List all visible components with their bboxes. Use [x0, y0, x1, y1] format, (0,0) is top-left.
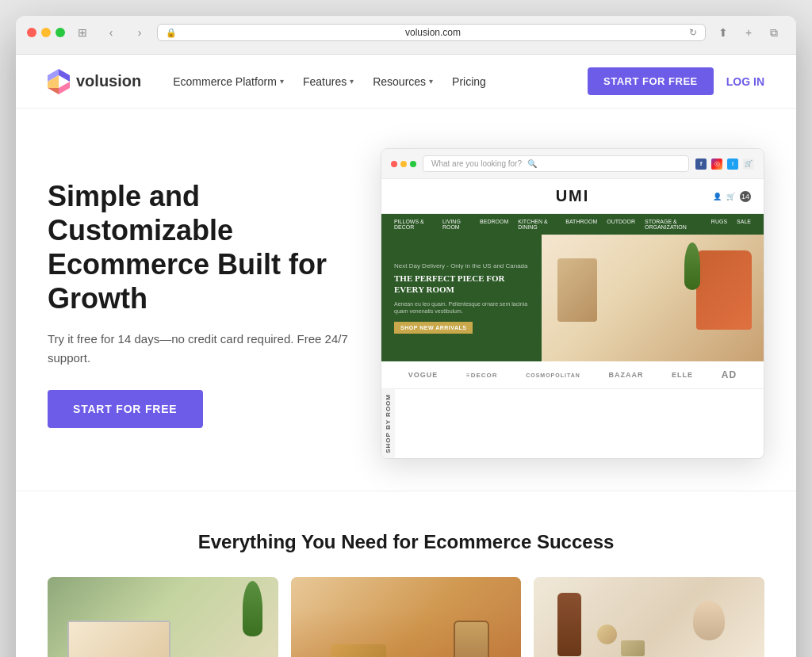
mock-brand-cosmopolitan: COSMOPOLITAN [526, 372, 580, 378]
everything-section-title: Everything You Need for Ecommerce Succes… [48, 531, 764, 553]
back-button[interactable]: ‹ [100, 24, 122, 41]
phone-decoration [454, 621, 489, 657]
chevron-down-icon: ▾ [350, 77, 354, 86]
hero-image: What are you looking for? 🔍 f ◎ t 🛒 [381, 148, 764, 459]
mock-brand-vogue: VOGUE [408, 371, 439, 379]
nav-login-button[interactable]: LOG IN [726, 75, 764, 88]
reload-icon[interactable]: ↻ [689, 27, 697, 38]
nav-features[interactable]: Features ▾ [303, 75, 354, 88]
chevron-down-icon: ▾ [429, 77, 433, 86]
mock-instagram-icon: ◎ [711, 159, 722, 170]
feature-card-3 [534, 577, 764, 657]
url-display: volusion.com [182, 27, 684, 38]
mock-facebook-icon: f [695, 159, 707, 170]
maximize-button[interactable] [56, 28, 65, 37]
card-decoration [331, 644, 386, 657]
mock-ecommerce-site: What are you looking for? 🔍 f ◎ t 🛒 [381, 148, 764, 459]
mock-hero-desc: Aenean eu leo quam. Pellentesque ornare … [394, 300, 529, 316]
mock-room-thumbnails [395, 389, 430, 458]
svg-marker-3 [59, 82, 70, 94]
tabs-button[interactable]: ⧉ [763, 24, 785, 41]
lock-icon: 🔒 [166, 28, 177, 38]
logo[interactable]: volusion [48, 69, 141, 94]
sidebar-toggle-button[interactable]: ⊞ [71, 24, 94, 41]
round-item-decoration [597, 625, 617, 644]
feature-card-2 [291, 577, 522, 657]
mock-hero-photo [542, 235, 764, 361]
mock-brand-ad: AD [722, 369, 737, 380]
nav-links: Ecommerce Platform ▾ Features ▾ Resource… [173, 75, 588, 88]
mock-site-logo: UMI [556, 187, 590, 205]
hero-content: Simple and Customizable Ecommerce Built … [48, 179, 349, 429]
hero-title: Simple and Customizable Ecommerce Built … [48, 179, 349, 316]
mock-nav-item: PILLOWS & DECOR [394, 219, 433, 230]
hero-subtitle: Try it free for 14 days—no credit card r… [48, 330, 349, 368]
mock-site-header: UMI 👤 🛒 14 [381, 179, 764, 214]
nav-ecommerce-platform[interactable]: Ecommerce Platform ▾ [173, 75, 284, 88]
mock-nav-item: OUTDOOR [607, 219, 635, 230]
browser-window: ⊞ ‹ › 🔒 volusion.com ↻ ⬆ + ⧉ [16, 16, 796, 657]
browser-action-buttons: ⬆ + ⧉ [712, 24, 785, 41]
feature-card-1 [48, 577, 278, 657]
mock-brands-bar: VOGUE ≡DECOR COSMOPOLITAN BAZAAR ELLE AD [381, 361, 764, 389]
mock-social-icons: f ◎ t 🛒 [695, 159, 754, 170]
volusion-logo-icon [48, 69, 70, 94]
mock-search-bar: What are you looking for? 🔍 [423, 155, 689, 172]
mock-nav-item: BEDROOM [480, 219, 508, 230]
mock-twitter-icon: t [727, 159, 738, 170]
mock-hero-headline: THE PERFECT PIECE FOR EVERY ROOM [394, 273, 529, 296]
new-tab-button[interactable]: + [737, 24, 760, 41]
share-button[interactable]: ⬆ [712, 24, 734, 41]
small-item-decoration [621, 640, 645, 656]
hero-section: Simple and Customizable Ecommerce Built … [16, 109, 796, 491]
site-content: volusion Ecommerce Platform ▾ Features ▾… [16, 55, 796, 657]
laptop-decoration [67, 621, 170, 657]
mock-brand-bazaar: BAZAAR [608, 371, 643, 379]
mock-site-nav: PILLOWS & DECOR LIVING ROOM BEDROOM KITC… [381, 214, 764, 235]
svg-marker-4 [48, 88, 59, 94]
close-button[interactable] [27, 28, 36, 37]
bottle-decoration [557, 593, 581, 656]
logo-text: volusion [76, 72, 141, 90]
hero-start-for-free-button[interactable]: START FOR FREE [48, 390, 203, 428]
mock-browser-bar: What are you looking for? 🔍 f ◎ t 🛒 [381, 149, 764, 179]
mock-cart-icon: 🛒 [743, 159, 754, 170]
minimize-button[interactable] [41, 28, 51, 37]
mock-hero-banner: Next Day Delivery - Only in the US and C… [381, 235, 764, 361]
browser-chrome: ⊞ ‹ › 🔒 volusion.com ↻ ⬆ + ⧉ [16, 16, 796, 55]
mock-nav-item: STORAGE & ORGANIZATION [645, 219, 702, 230]
mock-nav-item: LIVING ROOM [442, 219, 470, 230]
nav-resources[interactable]: Resources ▾ [373, 75, 433, 88]
forward-button[interactable]: › [128, 24, 151, 41]
main-navigation: volusion Ecommerce Platform ▾ Features ▾… [16, 55, 796, 109]
mock-nav-item: BATHROOM [565, 219, 597, 230]
nav-pricing[interactable]: Pricing [452, 75, 486, 88]
chevron-down-icon: ▾ [280, 77, 284, 86]
mock-brand-elle: ELLE [672, 371, 693, 379]
mock-thumbnails-section: SHOP BY ROOM [381, 389, 764, 458]
address-bar[interactable]: 🔒 volusion.com ↻ [157, 24, 706, 41]
mock-nav-item: SALE [737, 219, 751, 230]
svg-marker-0 [59, 69, 70, 82]
traffic-lights [27, 28, 65, 37]
nav-start-for-free-button[interactable]: START FOR FREE [588, 67, 714, 95]
jar-decoration [693, 601, 725, 640]
mock-nav-item: RUGS [711, 219, 727, 230]
everything-section: Everything You Need for Ecommerce Succes… [16, 491, 796, 657]
mock-hero-cta-button[interactable]: SHOP NEW ARRIVALS [394, 322, 473, 334]
feature-cards-grid [48, 577, 764, 657]
mock-nav-item: KITCHEN & DINING [518, 219, 556, 230]
mock-shop-by-room-label: SHOP BY ROOM [381, 389, 395, 458]
nav-actions: START FOR FREE LOG IN [588, 67, 764, 95]
mock-brand-decor: ≡DECOR [466, 372, 498, 379]
browser-controls: ⊞ ‹ › 🔒 volusion.com ↻ ⬆ + ⧉ [27, 24, 785, 41]
mock-hero-text-area: Next Day Delivery - Only in the US and C… [381, 235, 542, 361]
